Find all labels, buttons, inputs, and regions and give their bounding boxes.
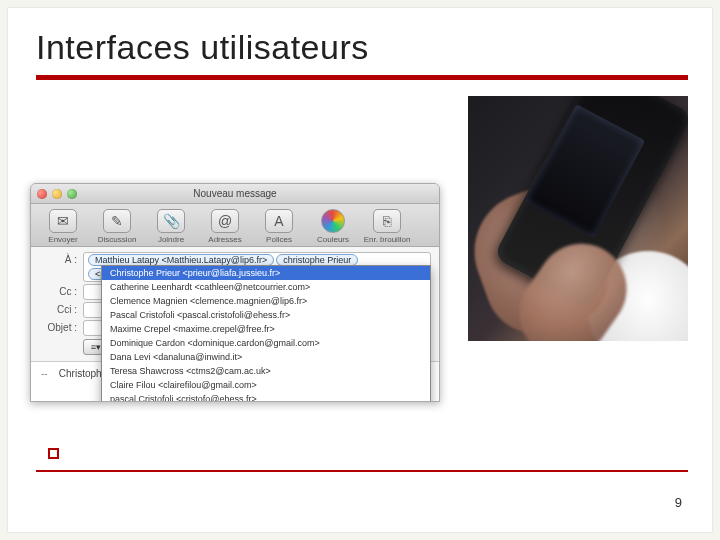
window-title: Nouveau message [31, 188, 439, 199]
toolbar-button-couleurs[interactable]: ●Couleurs [309, 209, 357, 244]
discussion-icon: ✎ [103, 209, 131, 233]
mail-compose-window: Nouveau message ✉Envoyer✎Discussion📎Join… [30, 183, 440, 402]
suggestion-item[interactable]: Dana Levi <danaluna@inwind.it> [102, 350, 430, 364]
toolbar-label: Envoyer [48, 235, 77, 244]
toolbar-label: Couleurs [317, 235, 349, 244]
suggestion-item[interactable]: Dominique Cardon <dominique.cardon@gmail… [102, 336, 430, 350]
signature-separator: -- [41, 368, 48, 379]
toolbar-label: Joindre [158, 235, 184, 244]
toolbar-button-adresses[interactable]: @Adresses [201, 209, 249, 244]
suggestion-item[interactable]: Maxime Crepel <maxime.crepel@free.fr> [102, 322, 430, 336]
cc-label: Cc : [39, 284, 77, 297]
joindre-icon: 📎 [157, 209, 185, 233]
autocomplete-dropdown[interactable]: Christophe Prieur <prieur@liafa.jussieu.… [101, 265, 431, 402]
polices-icon: A [265, 209, 293, 233]
signature-name: Christophe [59, 368, 107, 379]
enr-brouillon-icon: ⎘ [373, 209, 401, 233]
toolbar-label: Adresses [208, 235, 241, 244]
title-underline [36, 75, 688, 80]
footer-rule [36, 470, 688, 472]
slide: Interfaces utilisateurs Nouveau message … [8, 8, 712, 532]
window-titlebar[interactable]: Nouveau message [31, 184, 439, 204]
toolbar-button-joindre[interactable]: 📎Joindre [147, 209, 195, 244]
subject-label: Objet : [39, 320, 77, 333]
slide-title: Interfaces utilisateurs [8, 8, 712, 75]
page-number: 9 [675, 495, 682, 510]
bcc-label: Cci : [39, 302, 77, 315]
toolbar-label: Enr. brouillon [364, 235, 411, 244]
suggestion-item[interactable]: Christophe Prieur <prieur@liafa.jussieu.… [102, 266, 430, 280]
couleurs-icon: ● [321, 209, 345, 233]
suggestion-item[interactable]: Pascal Cristofoli <pascal.cristofoli@ehe… [102, 308, 430, 322]
suggestion-item[interactable]: pascal Cristofoli <cristofo@ehess.fr> [102, 392, 430, 402]
suggestion-item[interactable]: Claire Filou <clairefilou@gmail.com> [102, 378, 430, 392]
envoyer-icon: ✉ [49, 209, 77, 233]
toolbar-button-discussion[interactable]: ✎Discussion [93, 209, 141, 244]
suggestion-item[interactable]: Catherine Leenhardt <cathleen@netcourrie… [102, 280, 430, 294]
bullet-marker [48, 448, 59, 459]
toolbar-label: Discussion [98, 235, 137, 244]
to-label: À : [39, 252, 77, 265]
toolbar: ✉Envoyer✎Discussion📎Joindre@AdressesAPol… [31, 204, 439, 247]
suggestion-item[interactable]: Teresa Shawcross <ctms2@cam.ac.uk> [102, 364, 430, 378]
toolbar-button-enr-brouillon[interactable]: ⎘Enr. brouillon [363, 209, 411, 244]
smartphone-photo [468, 96, 688, 341]
toolbar-button-polices[interactable]: APolices [255, 209, 303, 244]
toolbar-label: Polices [266, 235, 292, 244]
suggestion-item[interactable]: Clemence Magnien <clemence.magnien@lip6.… [102, 294, 430, 308]
toolbar-button-envoyer[interactable]: ✉Envoyer [39, 209, 87, 244]
adresses-icon: @ [211, 209, 239, 233]
